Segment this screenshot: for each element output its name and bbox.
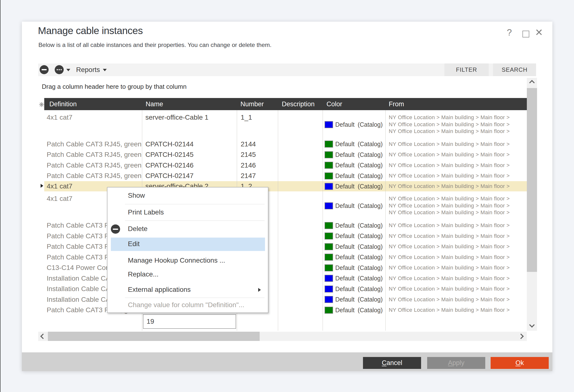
- scroll-up-icon[interactable]: [529, 80, 535, 86]
- menu-item-print-labels[interactable]: Print Labels: [128, 208, 164, 216]
- color-swatch-green: [325, 222, 333, 229]
- remove-button[interactable]: [40, 65, 49, 74]
- reports-dropdown[interactable]: Reports: [76, 63, 100, 76]
- horizontal-scrollbar[interactable]: [38, 332, 527, 341]
- column-header-from[interactable]: From: [389, 98, 404, 110]
- color-swatch-green: [325, 232, 333, 240]
- column-divider: [323, 110, 323, 331]
- column-header-definition[interactable]: Definition: [49, 98, 77, 110]
- grid-row[interactable]: Patch Cable CAT3 RJ45, greenCPATCH-02144…: [44, 139, 527, 149]
- color-value: Default(Catalog): [335, 121, 383, 128]
- cell-text: 4x1 cat7: [47, 114, 72, 121]
- menu-separator: [125, 298, 265, 298]
- color-value: Default(Catalog): [335, 284, 383, 294]
- column-divider: [278, 110, 278, 331]
- minus-icon: [41, 69, 47, 70]
- scroll-right-icon[interactable]: [518, 334, 524, 339]
- column-header-description[interactable]: Description: [282, 98, 315, 110]
- cell-editor[interactable]: 19: [143, 314, 236, 329]
- help-icon[interactable]: ?: [504, 27, 514, 38]
- color-value: Default(Catalog): [335, 170, 383, 181]
- color-value: Default(Catalog): [335, 273, 383, 284]
- maximize-icon[interactable]: [522, 31, 529, 38]
- color-swatch-blue: [325, 275, 333, 282]
- cell-text: 2144: [241, 139, 256, 149]
- close-icon[interactable]: ×: [534, 25, 544, 39]
- menu-item-manage-hookup-connections[interactable]: Manage Hookup Connections ...: [128, 257, 225, 264]
- cell-text: 2147: [241, 170, 256, 181]
- menu-item-external-applications[interactable]: External applications: [128, 286, 191, 293]
- grid-row[interactable]: Patch Cable CAT3 RJ45, greenCPATCH-02145…: [44, 149, 527, 160]
- cell-text: NY Office Location > Main building > Mai…: [389, 231, 510, 241]
- color-value: Default(Catalog): [335, 294, 383, 305]
- color-swatch-blue: [325, 286, 333, 292]
- search-button[interactable]: SEARCH: [493, 63, 536, 76]
- color-value: Default(Catalog): [335, 160, 383, 170]
- vertical-scrollbar-thumb[interactable]: [527, 88, 537, 272]
- cell-text: NY Office Location > Main building > Mai…: [389, 149, 510, 160]
- grid-row[interactable]: 4x1 cat7server-office-Cable 11_1NY Offic…: [44, 110, 527, 139]
- cell-text: Installation Cable CAT: [47, 284, 114, 294]
- scroll-left-icon[interactable]: [40, 334, 46, 339]
- dialog-title: Manage cable instances: [38, 25, 143, 37]
- reports-caret-icon[interactable]: [103, 69, 107, 71]
- color-swatch-blue: [325, 183, 333, 190]
- cell-text: C13-C14 Power Cord: [47, 262, 112, 273]
- manage-cable-instances-dialog: Manage cable instances Below is a list o…: [22, 22, 552, 371]
- cell-text: CPATCH-02147: [145, 170, 194, 181]
- color-swatch-blue: [325, 121, 333, 128]
- cell-text: Installation Cable CAT: [47, 294, 114, 305]
- filter-button[interactable]: FILTER: [444, 63, 489, 76]
- column-divider: [385, 110, 386, 331]
- cell-editor-value: 19: [147, 315, 154, 328]
- color-swatch-green: [325, 254, 333, 261]
- cell-text: NY Office Location > Main building > Mai…: [389, 284, 510, 294]
- column-header-name[interactable]: Name: [146, 98, 163, 110]
- horizontal-scrollbar-thumb[interactable]: [48, 332, 260, 341]
- footer-bar: Cancel Apply Ok: [22, 352, 552, 371]
- cancel-button[interactable]: Cancel: [363, 357, 421, 369]
- menu-item-replace[interactable]: Replace...: [128, 270, 159, 278]
- menu-item-show[interactable]: Show: [128, 192, 145, 199]
- column-header-number[interactable]: Number: [241, 98, 264, 110]
- color-value: Default(Catalog): [335, 305, 383, 315]
- cell-text: NY Office Location > Main building > Mai…: [389, 273, 510, 284]
- current-row-arrow-icon: [41, 184, 43, 188]
- cell-text: CPATCH-02145: [145, 149, 194, 160]
- cell-text: Patch Cable CAT3 RJ45, green: [47, 170, 142, 181]
- vertical-scrollbar[interactable]: [527, 78, 537, 331]
- color-value: Default(Catalog): [335, 241, 383, 252]
- color-value: Default(Catalog): [335, 262, 383, 273]
- color-swatch-green: [325, 307, 333, 314]
- color-value: Default(Catalog): [335, 252, 383, 262]
- submenu-arrow-icon: [258, 288, 261, 292]
- cell-text: 2145: [241, 149, 256, 160]
- color-swatch-blue: [325, 202, 333, 209]
- cell-text: Patch Cable CAT3 RJ45, green: [47, 139, 142, 149]
- more-actions-button[interactable]: [55, 65, 64, 74]
- cell-text: NY Office Location > Main building > Mai…: [389, 241, 510, 252]
- cell-text: NY Office Location > Main building > Mai…: [389, 195, 510, 202]
- cell-text: 2146: [241, 160, 256, 170]
- color-swatch-green: [325, 162, 333, 169]
- apply-button[interactable]: Apply: [427, 357, 485, 369]
- cell-text: server-office-Cable 1: [145, 114, 208, 121]
- cell-text: NY Office Location > Main building > Mai…: [389, 139, 510, 149]
- menu-item-delete[interactable]: Delete: [128, 225, 147, 233]
- column-header-color[interactable]: Color: [327, 98, 342, 110]
- color-value: Default(Catalog): [335, 139, 383, 149]
- color-value: Default(Catalog): [335, 202, 383, 209]
- menu-item-edit[interactable]: Edit: [128, 240, 140, 248]
- menu-item-change-value-for-column-definition: Change value for column "Definition"...: [128, 301, 244, 309]
- cell-text: 4x1 cat7: [47, 181, 72, 191]
- menu-separator: [125, 204, 265, 204]
- ok-button[interactable]: Ok: [491, 357, 549, 369]
- grid-header: DefinitionNameNumberDescriptionColorFrom: [44, 98, 527, 110]
- cell-text: NY Office Location > Main building > Mai…: [389, 128, 510, 135]
- scroll-down-icon[interactable]: [529, 322, 535, 328]
- grid-row[interactable]: Patch Cable CAT3 RJ45, greenCPATCH-02146…: [44, 160, 527, 170]
- grid-row[interactable]: Patch Cable CAT3 RJ45, greenCPATCH-02147…: [44, 170, 527, 181]
- cell-text: Patch Cable CAT3 RJ45, green: [47, 160, 142, 170]
- more-actions-caret-icon[interactable]: [66, 69, 70, 71]
- row-indicator-asterisk-icon: [39, 102, 44, 107]
